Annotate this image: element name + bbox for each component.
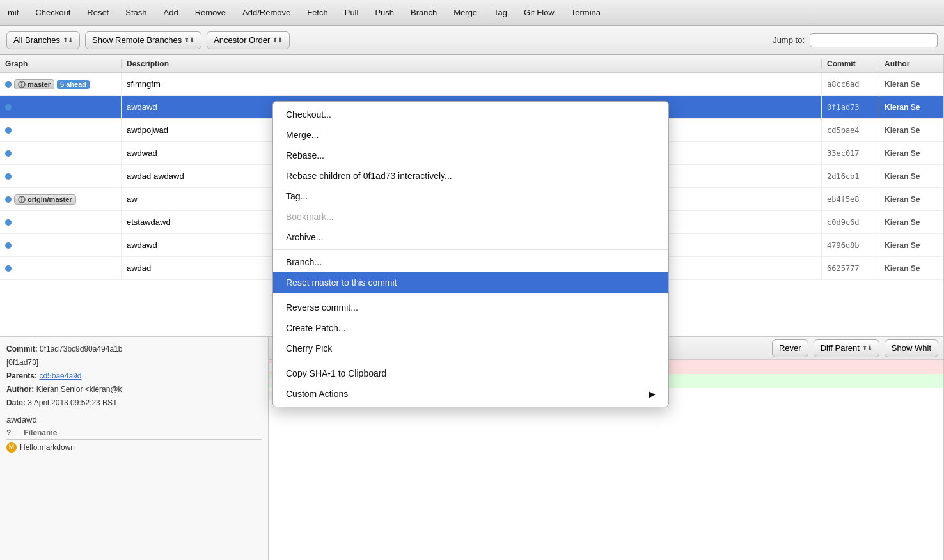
- commit-hash: 4796d8b: [822, 234, 879, 256]
- parents-label: Parents:: [6, 371, 37, 380]
- menu-bar: mit Checkout Reset Stash Add Remove Add/…: [0, 0, 944, 26]
- menu-item-remove[interactable]: Remove: [193, 6, 228, 19]
- menu-item-terminal[interactable]: Termina: [569, 6, 603, 19]
- commit-hash: 33ec017: [822, 142, 879, 164]
- svg-point-3: [21, 196, 23, 198]
- graph-cell: master5 ahead: [0, 73, 122, 95]
- menu-item-pull[interactable]: Pull: [342, 6, 361, 19]
- column-headers: Graph Description Commit Author: [0, 55, 943, 73]
- commit-full-hash: 0f1ad73bc9d90a494a1b: [40, 345, 122, 354]
- graph-dot-icon: [5, 173, 12, 180]
- ahead-badge: 5 ahead: [57, 80, 90, 89]
- menu-item-reset[interactable]: Reset: [84, 6, 111, 19]
- commit-hash: c0d9c6d: [822, 211, 879, 233]
- author-name: Kieran Se: [879, 234, 943, 256]
- graph-cell: [0, 119, 122, 141]
- context-menu-separator: [273, 361, 668, 361]
- graph-dot-icon: [5, 265, 12, 272]
- graph-cell: [0, 211, 122, 233]
- context-menu-item[interactable]: Copy SHA-1 to Clipboard: [273, 363, 668, 384]
- diff-parent-label: Diff Parent: [821, 343, 860, 353]
- menu-item-stash[interactable]: Stash: [123, 6, 149, 19]
- menu-item-fetch[interactable]: Fetch: [304, 6, 331, 19]
- file-status-icon: M: [6, 442, 17, 453]
- context-menu-item[interactable]: Branch...: [273, 252, 668, 272]
- all-branches-label: All Branches: [13, 35, 60, 45]
- show-remote-dropdown[interactable]: Show Remote Branches ⬆⬇: [85, 31, 201, 49]
- author-value: Kieran Senior <kieran@k: [36, 385, 122, 394]
- menu-item-merge[interactable]: Merge: [451, 6, 480, 19]
- context-menu-item[interactable]: Reverse commit...: [273, 297, 668, 318]
- author-name: Kieran Se: [879, 211, 943, 233]
- ancestor-order-dropdown[interactable]: Ancestor Order ⬆⬇: [207, 31, 290, 49]
- svg-point-1: [21, 81, 23, 83]
- menu-item-checkout[interactable]: Checkout: [33, 6, 73, 19]
- table-row[interactable]: master5 aheadsflmngfma8cc6adKieran Se: [0, 73, 943, 96]
- graph-cell: [0, 142, 122, 164]
- graph-dot-icon: [5, 196, 12, 203]
- menu-item-push[interactable]: Push: [372, 6, 397, 19]
- detail-commit-line: Commit: 0f1ad73bc9d90a494a1b: [6, 343, 262, 355]
- col-header-description: Description: [122, 59, 822, 68]
- context-menu-item[interactable]: Rebase...: [273, 145, 668, 166]
- context-menu-separator: [273, 249, 668, 250]
- revert-label: Rever: [779, 343, 801, 353]
- graph-cell: origin/master: [0, 188, 122, 210]
- menu-item-branch[interactable]: Branch: [408, 6, 439, 19]
- context-menu-separator: [273, 295, 668, 295]
- menu-item-add-remove[interactable]: Add/Remove: [240, 6, 293, 19]
- revert-button[interactable]: Rever: [772, 339, 808, 357]
- all-branches-dropdown[interactable]: All Branches ⬆⬇: [6, 31, 80, 49]
- graph-cell: [0, 234, 122, 256]
- parent-hash-link[interactable]: cd5bae4a9d: [39, 371, 81, 380]
- date-value: 3 April 2013 09:52:23 BST: [28, 398, 117, 407]
- jump-to-label: Jump to:: [773, 35, 805, 45]
- date-label: Date:: [6, 398, 26, 407]
- author-name: Kieran Se: [879, 257, 943, 279]
- branch-tag: master: [14, 79, 54, 89]
- graph-dot-icon: [5, 81, 12, 88]
- description-cell: sflmngfm: [122, 73, 822, 95]
- detail-commit-short: [0f1ad73]: [6, 357, 262, 368]
- author-name: Kieran Se: [879, 119, 943, 141]
- context-menu-item[interactable]: Create Patch...: [273, 318, 668, 338]
- context-menu-item[interactable]: Custom Actions▶: [273, 384, 668, 404]
- show-whit-label: Show Whit: [892, 343, 931, 353]
- commit-hash: a8cc6ad: [822, 73, 879, 95]
- menu-item-tag[interactable]: Tag: [491, 6, 510, 19]
- submenu-arrow-icon: ▶: [649, 389, 656, 399]
- context-menu-item[interactable]: Tag...: [273, 186, 668, 206]
- show-remote-label: Show Remote Branches: [92, 35, 182, 45]
- author-label: Author:: [6, 385, 34, 394]
- context-menu-item: Bookmark...: [273, 206, 668, 227]
- graph-dot-icon: [5, 127, 12, 134]
- menu-item-add[interactable]: Add: [161, 6, 180, 19]
- commit-label: Commit:: [6, 345, 38, 354]
- commit-hash: 0f1ad73: [822, 96, 879, 118]
- toolbar: All Branches ⬆⬇ Show Remote Branches ⬆⬇ …: [0, 26, 944, 55]
- show-whit-button[interactable]: Show Whit: [885, 339, 938, 357]
- graph-dot-icon: [5, 150, 12, 157]
- commit-hash: 6625777: [822, 257, 879, 279]
- context-menu-item[interactable]: Archive...: [273, 227, 668, 247]
- context-menu-item[interactable]: Cherry Pick: [273, 338, 668, 359]
- context-menu-item[interactable]: Checkout...: [273, 104, 668, 125]
- col-header-graph: Graph: [0, 59, 122, 68]
- menu-item-commit[interactable]: mit: [5, 6, 21, 19]
- jump-to-input[interactable]: [810, 33, 938, 47]
- file-row[interactable]: M Hello.markdown: [6, 442, 262, 453]
- author-name: Kieran Se: [879, 142, 943, 164]
- all-branches-arrow-icon: ⬆⬇: [63, 36, 73, 43]
- diff-parent-dropdown[interactable]: Diff Parent ⬆⬇: [814, 339, 879, 357]
- commit-detail-panel: Commit: 0f1ad73bc9d90a494a1b [0f1ad73] P…: [0, 337, 269, 560]
- commit-hash: 2d16cb1: [822, 165, 879, 187]
- graph-dot-icon: [5, 104, 12, 111]
- col-header-commit: Commit: [822, 59, 879, 68]
- show-remote-arrow-icon: ⬆⬇: [184, 36, 194, 43]
- author-name: Kieran Se: [879, 165, 943, 187]
- context-menu-item[interactable]: Rebase children of 0f1ad73 interactively…: [273, 166, 668, 186]
- context-menu-item[interactable]: Merge...: [273, 125, 668, 145]
- menu-item-gitflow[interactable]: Git Flow: [521, 6, 557, 19]
- context-menu: Checkout...Merge...Rebase...Rebase child…: [272, 101, 669, 407]
- context-menu-item[interactable]: Reset master to this commit: [273, 272, 668, 293]
